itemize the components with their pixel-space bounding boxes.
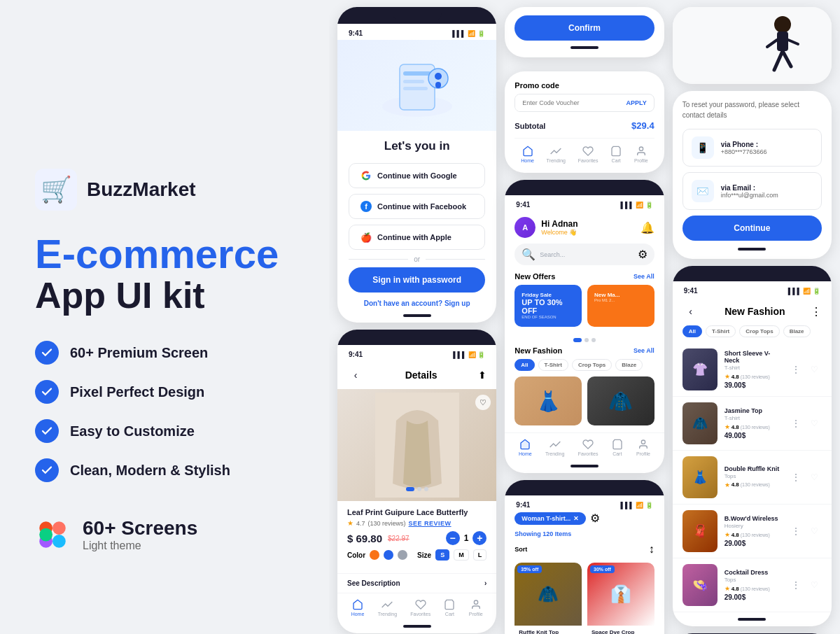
filter-product-2[interactable]: 30% off 👔 Space Dye Crop $56.00 $41.00 (587, 563, 654, 634)
filter-crop-tops[interactable]: Crop Tops (572, 359, 612, 371)
fashion-back-btn[interactable]: ‹ (682, 303, 699, 320)
google-login-btn[interactable]: Continue with Google (349, 163, 485, 188)
filter-phone-mockup: 9:41 ▌▌▌ 📶 🔋 Woman T-shirt... ✕ ⚙ Showin… (505, 480, 664, 634)
size-m[interactable]: M (454, 549, 469, 561)
nav-home[interactable]: Home (351, 599, 365, 617)
fashion-filter-crop[interactable]: Crop Tops (739, 325, 779, 337)
fashion-item-4[interactable]: 🧣 B.Wow'd Wireless Hosiery ★ 4.8 (130 re… (673, 505, 832, 558)
nav-favorites[interactable]: Favorites (410, 599, 430, 617)
see-review-link[interactable]: SEE REVIEW (409, 520, 451, 527)
continue-btn[interactable]: Continue (682, 216, 822, 241)
color-size-row: Color Size S M L (347, 549, 486, 561)
see-description-row[interactable]: See Description › (337, 573, 496, 593)
home-nav-favorites[interactable]: Favorites (578, 439, 598, 456)
promo-code-input[interactable] (515, 94, 619, 111)
home-search-bar[interactable]: 🔍 Search... ⚙ (514, 244, 654, 265)
fashion-item-5[interactable]: 👒 Cocktail Dress Tops ★ 4.8 (130 reviews… (673, 558, 832, 612)
filter-tshirt[interactable]: T-Shirt (538, 359, 568, 371)
qty-decrease-btn[interactable]: − (446, 531, 460, 545)
login-title: Let's you in (349, 139, 485, 153)
promo-input-row: APPLY (514, 94, 654, 112)
offer-2-title: New Ma... (594, 292, 648, 298)
home-nav-cart[interactable]: Cart (612, 439, 623, 456)
color-gray[interactable] (398, 550, 407, 560)
fashion-reviews-2: (130 reviews) (741, 425, 770, 430)
more-icon-2[interactable]: ⋮ (791, 418, 801, 429)
offers-dots (505, 334, 664, 346)
facebook-login-btn[interactable]: f Continue with Facebook (349, 194, 485, 219)
check-icon-0 (35, 341, 59, 365)
home-nav-trending[interactable]: Trending (545, 439, 564, 456)
checkout-nav-cart[interactable]: Cart (610, 146, 622, 163)
home-nav-home[interactable]: Home (519, 439, 532, 456)
phone-option[interactable]: 📱 via Phone : +880***7763666 (682, 129, 822, 167)
more-icon-3[interactable]: ⋮ (791, 472, 801, 483)
fashion-filter-tshirt[interactable]: T-Shirt (706, 325, 736, 337)
size-s[interactable]: S (435, 549, 449, 561)
nav-cart[interactable]: Cart (444, 599, 455, 617)
fashion-item-2[interactable]: 🧥 Jasmine Top T-shirt ★ 4.8 (130 reviews… (673, 397, 832, 451)
showing-label: Showing (514, 530, 541, 537)
notification-icon[interactable]: 🔔 (640, 221, 654, 234)
color-blue[interactable] (384, 550, 393, 560)
checkout-nav-home[interactable]: Home (521, 146, 534, 163)
filter-product-1[interactable]: 35% off 🧥 Ruffle Knit Top $23.00 $34.00 (514, 563, 582, 634)
checkout-nav-trending[interactable]: Trending (547, 146, 566, 163)
qty-increase-btn[interactable]: + (472, 531, 486, 545)
apple-login-btn[interactable]: 🍎 Continue with Apple (349, 225, 485, 250)
filter-blaze[interactable]: Blaze (615, 359, 643, 371)
size-l[interactable]: L (473, 549, 487, 561)
login-status-bar: 9:41 ▌▌▌📶🔋 (337, 24, 496, 40)
fashion-more-icon[interactable]: ⋮ (811, 305, 822, 318)
heart-btn-2[interactable]: ♡ (808, 416, 822, 430)
fashion-list-title: New Fashion (724, 306, 785, 317)
more-icon-5[interactable]: ⋮ (791, 579, 801, 591)
feature-item-1: Pixel Perfect Design (35, 380, 294, 404)
filter-status-bar: 9:41 ▌▌▌ 📶 🔋 (505, 495, 664, 512)
fashion-item-1-name: Short Sleeve V-Neck (724, 350, 784, 364)
confirm-btn[interactable]: Confirm (514, 15, 654, 41)
new-offers-title: New Offers (514, 272, 555, 281)
active-filter-tag[interactable]: Woman T-shirt... ✕ (514, 512, 586, 525)
see-all-offers[interactable]: See All (634, 273, 654, 280)
heart-btn-4[interactable]: ♡ (808, 524, 822, 538)
filter-settings-icon[interactable]: ⚙ (590, 512, 600, 525)
apply-promo-btn[interactable]: APPLY (619, 94, 653, 111)
offer-card-1[interactable]: Friday Sale UP TO 30% OFF END OF SEASON (514, 285, 582, 327)
signin-password-btn[interactable]: Sign in with password (349, 267, 485, 293)
fashion-item-1-price: 39.00$ (724, 381, 784, 389)
product-card-1[interactable]: 👗 (514, 376, 582, 425)
home-nav-profile[interactable]: Profile (636, 439, 650, 456)
product-card-2[interactable]: 🧥 (587, 376, 654, 425)
filter-tag-close[interactable]: ✕ (573, 515, 579, 522)
fashion-item-2-price: 49.00$ (724, 432, 784, 439)
heart-btn-3[interactable]: ♡ (808, 470, 822, 484)
color-orange[interactable] (370, 550, 379, 560)
nav-profile[interactable]: Profile (469, 599, 483, 617)
more-icon-1[interactable]: ⋮ (791, 364, 801, 375)
star-icon: ★ (347, 519, 354, 527)
svg-point-13 (435, 73, 442, 80)
heart-btn-1[interactable]: ♡ (808, 362, 822, 376)
email-option[interactable]: ✉️ via Email : info***ul@gmail.com (682, 172, 822, 210)
more-icon-4[interactable]: ⋮ (791, 526, 801, 537)
checkout-nav-profile[interactable]: Profile (634, 146, 648, 163)
fashion-item-1[interactable]: 👚 Short Sleeve V-Neck T-shirt ★ 4.8 (130… (673, 343, 832, 397)
sort-icon[interactable]: ↕ (649, 543, 654, 556)
see-all-fashion[interactable]: See All (634, 347, 654, 354)
fashion-filter-all[interactable]: All (682, 325, 702, 337)
filter-icon[interactable]: ⚙ (638, 248, 648, 261)
fashion-filter-blaze[interactable]: Blaze (783, 325, 811, 337)
checkout-nav-favorites[interactable]: Favorites (578, 146, 598, 163)
fashion-item-3[interactable]: 👗 Double Ruffle Knit Tops ★ 4.8 (130 rev… (673, 451, 832, 505)
share-icon[interactable]: ⬆ (478, 369, 486, 381)
status-icons: ▌▌▌📶🔋 (452, 30, 485, 37)
headline-line1: E-commerce (35, 232, 294, 276)
back-button[interactable]: ‹ (347, 367, 364, 383)
left-panel: 🛒 BuzzMarket E-commerce App UI kit 60+ P… (0, 0, 329, 634)
nav-trending[interactable]: Trending (378, 599, 397, 617)
filter-all[interactable]: All (514, 359, 534, 371)
offer-card-2[interactable]: New Ma... Pro M1 2... (587, 285, 654, 327)
heart-btn-5[interactable]: ♡ (808, 578, 822, 592)
signup-link[interactable]: Sign up (444, 300, 470, 307)
